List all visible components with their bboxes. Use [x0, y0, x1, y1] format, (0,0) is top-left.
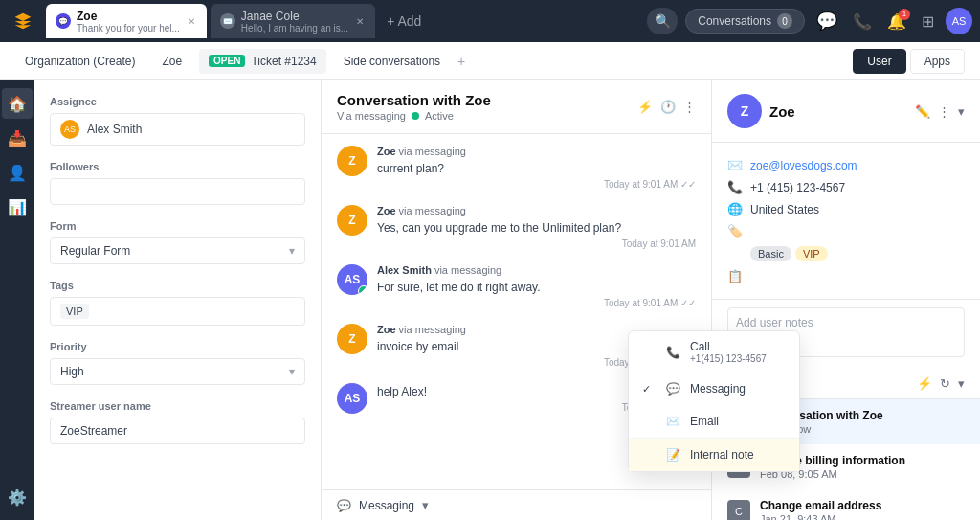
user-email: zoe@lovesdogs.com: [750, 159, 858, 172]
streamer-input[interactable]: ZoeStreamer: [50, 418, 305, 444]
chat-icon[interactable]: 💬: [813, 7, 841, 35]
form-input[interactable]: Regular Form ▾: [50, 237, 305, 264]
tab-janae-label: Janae Cole: [241, 10, 348, 23]
user-details: ✉️ zoe@lovesdogs.com 📞 +1 (415) 123-4567…: [712, 143, 980, 300]
sidebar-settings-icon[interactable]: ⚙️: [2, 482, 33, 512]
left-sidebar: 🏠 📥 👤 📊 ⚙️: [0, 80, 34, 520]
internal-note-icon: 📝: [665, 447, 680, 463]
message-time: Today at 9:01 AM: [377, 238, 696, 249]
priority-value: High: [60, 365, 84, 378]
messaging-label: Messaging: [359, 499, 414, 512]
priority-input[interactable]: High ▾: [50, 358, 305, 385]
tab-zoe-icon: 💬: [56, 13, 71, 29]
message-time: Today at 9:01 AM ✓✓: [377, 179, 696, 190]
conversation-footer: 💬 Messaging ▾: [322, 489, 711, 520]
phone-icon[interactable]: 📞: [849, 9, 876, 34]
tab-zoe-close[interactable]: ✕: [186, 14, 197, 29]
dropdown-internal-note-item[interactable]: 📝 Internal note: [629, 439, 799, 471]
collapse-icon[interactable]: ▾: [958, 104, 965, 119]
user-avatar[interactable]: AS: [946, 8, 972, 34]
email-detail-icon: ✉️: [727, 158, 743, 172]
grid-icon[interactable]: ⊞: [918, 9, 938, 34]
subnav-right: User Apps: [853, 49, 965, 74]
messaging-chevron-icon[interactable]: ▾: [422, 498, 429, 512]
subnav-add-button[interactable]: +: [457, 54, 465, 69]
message-avatar: Z: [337, 205, 368, 236]
status-label: Active: [425, 110, 454, 122]
streamer-section: Streamer user name ZoeStreamer: [50, 400, 305, 444]
filter-interactions-icon[interactable]: ⚡: [917, 376, 932, 391]
reply-type-dropdown: 📞 Call +1(415) 123-4567 ✓ 💬 Messaging ✉️…: [628, 330, 800, 472]
notification-badge: 1: [899, 9, 910, 20]
messaging-icon: 💬: [665, 381, 680, 396]
assignee-label: Assignee: [50, 96, 305, 107]
globe-icon: 🌐: [727, 202, 743, 216]
form-section: Form Regular Form ▾: [50, 220, 305, 264]
user-tab-button[interactable]: User: [853, 49, 905, 74]
tab-zoe-label: Zoe: [77, 10, 180, 23]
dropdown-email-item[interactable]: ✉️ Email: [629, 405, 799, 438]
subnav-org[interactable]: Organization (Create): [15, 49, 145, 74]
collapse-interactions-icon[interactable]: ▾: [958, 376, 965, 391]
assignee-input[interactable]: AS Alex Smith: [50, 113, 305, 146]
tags-input[interactable]: VIP: [50, 297, 305, 326]
tab-janae-close[interactable]: ✕: [354, 14, 366, 29]
user-notes-placeholder: Add user notes: [736, 316, 813, 329]
properties-panel: Assignee AS Alex Smith Followers Form Re…: [34, 80, 322, 520]
sidebar-inbox-icon[interactable]: 📥: [2, 123, 33, 153]
internal-note-label: Internal note: [690, 448, 754, 462]
user-profile-header: Z Zoe ✏️ ⋮ ▾: [712, 80, 980, 143]
followers-section: Followers: [50, 161, 305, 205]
phone-detail-icon: 📞: [727, 180, 743, 194]
message-content: Zoe via messaging current plan? Today at…: [377, 146, 696, 190]
subnav-side-conversations[interactable]: Side conversations: [334, 49, 450, 74]
message-meta: Zoe via messaging: [377, 146, 696, 157]
more-icon[interactable]: ⋮: [683, 100, 696, 114]
tags-label: Tags: [50, 280, 305, 291]
history-icon[interactable]: 🕐: [660, 100, 676, 114]
interaction-item[interactable]: C Change email address Jan 21, 9:43 AM: [712, 489, 980, 520]
sidebar-home-icon[interactable]: 🏠: [2, 88, 33, 119]
call-label: Call: [690, 340, 767, 353]
assignee-name: Alex Smith: [87, 123, 142, 136]
tab-zoe[interactable]: 💬 Zoe Thank you for your hel... ✕: [46, 4, 207, 38]
messaging-footer-label: 💬: [337, 499, 351, 512]
search-icon[interactable]: 🔍: [647, 8, 678, 34]
streamer-value: ZoeStreamer: [60, 424, 127, 438]
subnav-zoe[interactable]: Zoe: [152, 49, 191, 74]
apps-tab-button[interactable]: Apps: [910, 49, 965, 74]
active-status-dot: [412, 112, 419, 120]
tab-janae[interactable]: ✉️ Janae Cole Hello, I am having an is..…: [211, 4, 375, 38]
sidebar-chart-icon[interactable]: 📊: [2, 192, 33, 222]
assignee-avatar: AS: [60, 120, 79, 139]
more-options-icon[interactable]: ⋮: [938, 104, 950, 119]
conversation-subtitle: Via messaging Active: [337, 110, 491, 122]
via-label: Via messaging: [337, 110, 406, 122]
tab-janae-icon: ✉️: [220, 13, 235, 29]
message-text: Yes, can you upgrade me to the Unlimited…: [377, 219, 696, 237]
conversations-button[interactable]: Conversations 0: [685, 9, 805, 34]
message-text: current plan?: [377, 160, 696, 177]
email-row: ✉️ zoe@lovesdogs.com: [727, 154, 965, 176]
edit-icon[interactable]: ✏️: [915, 104, 930, 119]
notification-icon[interactable]: 🔔 1: [883, 9, 910, 34]
conversation-title: Conversation with Zoe: [337, 92, 491, 108]
dropdown-messaging-item[interactable]: ✓ 💬 Messaging: [629, 373, 799, 405]
followers-input[interactable]: [50, 178, 305, 205]
message-row: AS Alex Smith via messaging For sure, le…: [337, 264, 696, 308]
tag-icon: 🏷️: [727, 224, 743, 238]
logo[interactable]: [8, 6, 38, 36]
dropdown-call-item[interactable]: 📞 Call +1(415) 123-4567: [629, 331, 799, 373]
priority-section: Priority High ▾: [50, 341, 305, 385]
add-tab-button[interactable]: + Add: [379, 10, 429, 33]
message-content: Zoe via messaging Yes, can you upgrade m…: [377, 205, 696, 249]
tag-vip: VIP: [60, 304, 89, 319]
sidebar-users-icon[interactable]: 👤: [2, 157, 33, 188]
subnav-ticket[interactable]: OPEN Ticket #1234: [199, 49, 326, 74]
message-row: Z Zoe via messaging Yes, can you upgrade…: [337, 205, 696, 249]
notes-icon-row: 📋: [727, 265, 965, 287]
interaction-title: Change email address: [760, 499, 965, 512]
message-time: Today at 9:01 AM ✓✓: [377, 298, 696, 308]
filter-icon[interactable]: ⚡: [637, 100, 653, 114]
refresh-icon[interactable]: ↻: [940, 376, 950, 391]
